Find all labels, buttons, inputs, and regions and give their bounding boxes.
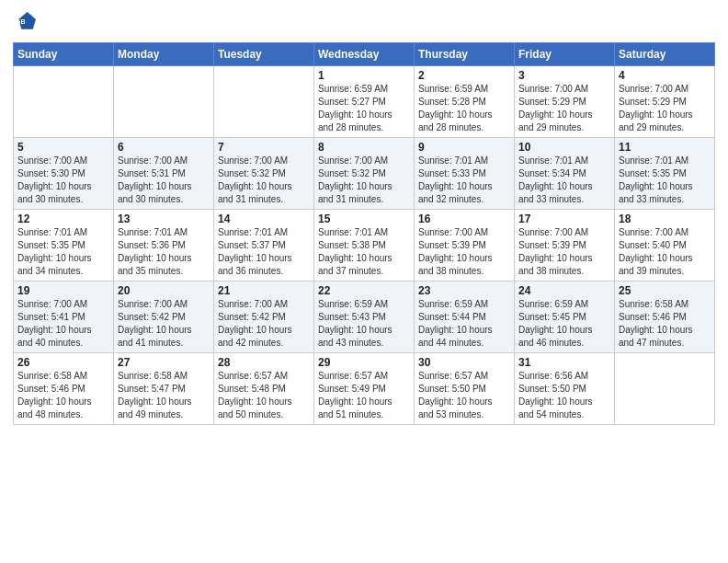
daylight-text: Daylight: 10 hoursand 36 minutes. [218, 253, 292, 276]
day-detail: Sunrise: 6:59 AMSunset: 5:44 PMDaylight:… [418, 298, 510, 350]
sunset-text: Sunset: 5:30 PM [17, 168, 85, 178]
daylight-text: Daylight: 10 hoursand 28 minutes. [318, 109, 392, 132]
sunset-text: Sunset: 5:29 PM [619, 97, 687, 107]
sunset-text: Sunset: 5:43 PM [318, 312, 386, 322]
col-header-friday: Friday [515, 43, 615, 66]
calendar-cell: 27Sunrise: 6:58 AMSunset: 5:47 PMDayligh… [114, 353, 214, 425]
sunrise-text: Sunrise: 7:01 AM [118, 227, 188, 237]
daylight-text: Daylight: 10 hoursand 38 minutes. [518, 253, 593, 276]
logo-icon: GB [13, 9, 39, 35]
daylight-text: Daylight: 10 hoursand 49 minutes. [118, 396, 192, 419]
daylight-text: Daylight: 10 hoursand 47 minutes. [619, 325, 693, 348]
daylight-text: Daylight: 10 hoursand 50 minutes. [218, 396, 292, 419]
calendar-cell: 8Sunrise: 7:00 AMSunset: 5:32 PMDaylight… [314, 138, 415, 210]
calendar-cell: 6Sunrise: 7:00 AMSunset: 5:31 PMDaylight… [114, 138, 214, 210]
day-detail: Sunrise: 6:59 AMSunset: 5:27 PMDaylight:… [318, 83, 410, 134]
sunset-text: Sunset: 5:50 PM [418, 384, 486, 394]
day-detail: Sunrise: 6:59 AMSunset: 5:43 PMDaylight:… [318, 298, 410, 350]
day-number: 15 [318, 213, 410, 225]
col-header-sunday: Sunday [14, 43, 114, 66]
sunrise-text: Sunrise: 6:58 AM [619, 299, 688, 309]
daylight-text: Daylight: 10 hoursand 33 minutes. [518, 181, 593, 204]
day-detail: Sunrise: 6:59 AMSunset: 5:45 PMDaylight:… [518, 298, 610, 350]
sunset-text: Sunset: 5:40 PM [619, 240, 687, 250]
calendar-cell [214, 66, 314, 138]
calendar-cell: 12Sunrise: 7:01 AMSunset: 5:35 PMDayligh… [14, 210, 114, 282]
daylight-text: Daylight: 10 hoursand 31 minutes. [318, 181, 392, 204]
day-detail: Sunrise: 6:58 AMSunset: 5:46 PMDaylight:… [17, 370, 109, 421]
daylight-text: Daylight: 10 hoursand 48 minutes. [17, 396, 92, 419]
day-number: 10 [518, 141, 610, 154]
day-number: 18 [619, 213, 711, 225]
day-detail: Sunrise: 7:00 AMSunset: 5:42 PMDaylight:… [218, 298, 310, 350]
sunrise-text: Sunrise: 7:01 AM [318, 227, 388, 237]
day-number: 12 [17, 213, 109, 225]
day-detail: Sunrise: 7:01 AMSunset: 5:37 PMDaylight:… [218, 226, 310, 278]
sunset-text: Sunset: 5:48 PM [218, 384, 286, 394]
sunrise-text: Sunrise: 7:00 AM [118, 299, 188, 309]
sunset-text: Sunset: 5:33 PM [418, 168, 486, 178]
sunrise-text: Sunrise: 7:00 AM [218, 155, 288, 166]
col-header-monday: Monday [114, 43, 214, 66]
day-detail: Sunrise: 7:01 AMSunset: 5:36 PMDaylight:… [118, 226, 210, 278]
sunset-text: Sunset: 5:37 PM [218, 240, 286, 250]
daylight-text: Daylight: 10 hoursand 33 minutes. [619, 181, 693, 204]
day-number: 4 [619, 69, 711, 82]
day-number: 11 [619, 141, 711, 154]
calendar-cell: 29Sunrise: 6:57 AMSunset: 5:49 PMDayligh… [314, 353, 415, 425]
day-number: 3 [518, 69, 610, 82]
day-detail: Sunrise: 6:57 AMSunset: 5:48 PMDaylight:… [218, 370, 310, 421]
daylight-text: Daylight: 10 hoursand 41 minutes. [118, 325, 192, 348]
day-number: 29 [318, 356, 410, 369]
day-number: 1 [318, 69, 410, 82]
day-number: 27 [118, 356, 210, 369]
calendar-cell: 11Sunrise: 7:01 AMSunset: 5:35 PMDayligh… [615, 138, 715, 210]
daylight-text: Daylight: 10 hoursand 43 minutes. [318, 325, 392, 348]
day-number: 13 [118, 213, 210, 225]
daylight-text: Daylight: 10 hoursand 30 minutes. [17, 181, 92, 204]
day-detail: Sunrise: 7:01 AMSunset: 5:34 PMDaylight:… [518, 155, 610, 206]
day-number: 17 [518, 213, 610, 225]
sunrise-text: Sunrise: 6:56 AM [518, 371, 588, 381]
calendar-week-3: 12Sunrise: 7:01 AMSunset: 5:35 PMDayligh… [14, 210, 715, 282]
sunrise-text: Sunrise: 7:00 AM [318, 155, 388, 166]
calendar-cell: 16Sunrise: 7:00 AMSunset: 5:39 PMDayligh… [415, 210, 515, 282]
sunset-text: Sunset: 5:42 PM [118, 312, 186, 322]
sunrise-text: Sunrise: 7:01 AM [17, 227, 87, 237]
sunrise-text: Sunrise: 7:00 AM [17, 155, 87, 166]
daylight-text: Daylight: 10 hoursand 54 minutes. [518, 396, 593, 419]
col-header-tuesday: Tuesday [214, 43, 314, 66]
calendar-cell: 2Sunrise: 6:59 AMSunset: 5:28 PMDaylight… [415, 66, 515, 138]
calendar-cell: 14Sunrise: 7:01 AMSunset: 5:37 PMDayligh… [214, 210, 314, 282]
day-detail: Sunrise: 7:00 AMSunset: 5:39 PMDaylight:… [418, 226, 510, 278]
day-number: 9 [418, 141, 510, 154]
sunrise-text: Sunrise: 6:57 AM [218, 371, 288, 381]
day-detail: Sunrise: 6:56 AMSunset: 5:50 PMDaylight:… [518, 370, 610, 421]
day-number: 30 [418, 356, 510, 369]
sunrise-text: Sunrise: 6:58 AM [118, 371, 188, 381]
daylight-text: Daylight: 10 hoursand 51 minutes. [318, 396, 392, 419]
day-number: 25 [619, 284, 711, 297]
sunset-text: Sunset: 5:38 PM [318, 240, 386, 250]
sunrise-text: Sunrise: 7:00 AM [518, 84, 588, 94]
col-header-saturday: Saturday [615, 43, 715, 66]
sunrise-text: Sunrise: 7:00 AM [218, 299, 288, 309]
daylight-text: Daylight: 10 hoursand 42 minutes. [218, 325, 292, 348]
calendar-cell: 10Sunrise: 7:01 AMSunset: 5:34 PMDayligh… [515, 138, 615, 210]
daylight-text: Daylight: 10 hoursand 29 minutes. [619, 109, 693, 132]
logo: GB [13, 9, 42, 35]
calendar-week-2: 5Sunrise: 7:00 AMSunset: 5:30 PMDaylight… [14, 138, 715, 210]
daylight-text: Daylight: 10 hoursand 44 minutes. [418, 325, 493, 348]
calendar-week-1: 1Sunrise: 6:59 AMSunset: 5:27 PMDaylight… [14, 66, 715, 138]
col-header-wednesday: Wednesday [314, 43, 415, 66]
sunset-text: Sunset: 5:50 PM [518, 384, 586, 394]
calendar-cell: 15Sunrise: 7:01 AMSunset: 5:38 PMDayligh… [314, 210, 415, 282]
calendar-cell: 4Sunrise: 7:00 AMSunset: 5:29 PMDaylight… [615, 66, 715, 138]
calendar-cell: 21Sunrise: 7:00 AMSunset: 5:42 PMDayligh… [214, 282, 314, 353]
day-number: 20 [118, 284, 210, 297]
daylight-text: Daylight: 10 hoursand 30 minutes. [118, 181, 192, 204]
day-detail: Sunrise: 7:00 AMSunset: 5:29 PMDaylight:… [619, 83, 711, 134]
sunrise-text: Sunrise: 6:58 AM [17, 371, 87, 381]
calendar-cell: 5Sunrise: 7:00 AMSunset: 5:30 PMDaylight… [14, 138, 114, 210]
calendar-cell: 17Sunrise: 7:00 AMSunset: 5:39 PMDayligh… [515, 210, 615, 282]
